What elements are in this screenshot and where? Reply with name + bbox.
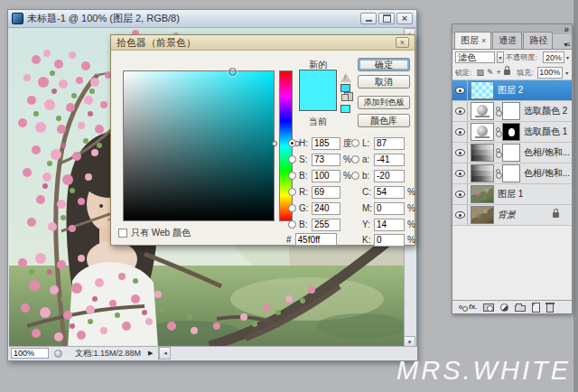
add-to-swatches-button[interactable]: 添加到色板	[358, 96, 410, 109]
layer-mask-thumbnail[interactable]	[502, 123, 520, 141]
mask-link-icon[interactable]	[496, 107, 500, 111]
layer-thumbnail[interactable]	[471, 185, 494, 203]
g-input[interactable]	[312, 202, 340, 215]
new-layer-icon[interactable]	[532, 303, 540, 313]
web-swatch[interactable]	[340, 105, 350, 113]
new-group-icon[interactable]	[515, 305, 526, 312]
tab-paths[interactable]: 路径	[523, 32, 553, 49]
a-input[interactable]	[374, 154, 405, 166]
s-input[interactable]	[312, 154, 340, 166]
radio-b2[interactable]	[288, 220, 296, 229]
maximize-button[interactable]	[378, 13, 395, 24]
adjustment-layer-thumbnail[interactable]	[471, 164, 494, 182]
radio-g[interactable]	[288, 204, 296, 212]
adjustment-layer-thumbnail[interactable]	[471, 123, 494, 141]
field-label-r: R:	[299, 187, 312, 197]
status-flyout-arrow-icon[interactable]: ▶	[148, 350, 153, 357]
field-label-y: Y:	[362, 219, 374, 229]
saturation-brightness-field[interactable]	[123, 70, 275, 221]
current-color-label: 当前	[299, 116, 337, 128]
opacity-value[interactable]: 20%	[543, 51, 564, 63]
layer-mask-thumbnail[interactable]	[502, 164, 520, 182]
color-libraries-button[interactable]: 颜色库	[358, 114, 410, 127]
color-field-marker[interactable]	[228, 68, 237, 76]
radio-h[interactable]	[288, 139, 296, 147]
radio-b-lab[interactable]	[351, 172, 359, 180]
radio-a[interactable]	[351, 155, 359, 163]
layer-row-layer1[interactable]: 图层 1	[452, 184, 572, 205]
zoom-level-input[interactable]	[11, 348, 49, 359]
radio-r[interactable]	[288, 188, 296, 196]
k-input[interactable]	[374, 234, 405, 247]
l-input[interactable]	[374, 137, 405, 150]
tab-layers[interactable]: 图层×	[454, 32, 491, 49]
visibility-toggle[interactable]	[452, 184, 468, 204]
mask-link-icon[interactable]	[496, 127, 500, 132]
radio-s[interactable]	[288, 155, 296, 163]
mask-link-icon[interactable]	[496, 169, 500, 173]
close-button[interactable]	[396, 13, 413, 24]
layer-row-selective-color-2[interactable]: 选取颜色 2	[452, 101, 572, 122]
horizontal-scrollbar[interactable]: ◂	[158, 347, 417, 360]
layer-row-hue-sat-2[interactable]: 色相/饱和...	[452, 143, 572, 163]
m-input[interactable]	[374, 202, 405, 215]
document-titlebar[interactable]: 未标题-1 @ 100% (图层 2, RGB/8)	[8, 10, 416, 28]
lock-all-icon[interactable]	[504, 70, 510, 75]
lock-transparency-icon[interactable]: ▨	[477, 69, 485, 77]
panel-menu-icon[interactable]	[564, 41, 570, 49]
visibility-toggle[interactable]	[452, 80, 468, 100]
visibility-toggle[interactable]	[452, 163, 468, 183]
tab-channels[interactable]: 通道	[492, 32, 522, 49]
layer-thumbnail[interactable]	[471, 206, 494, 224]
radio-l[interactable]	[351, 139, 359, 147]
layer-thumbnail[interactable]	[471, 81, 494, 99]
r-input[interactable]	[312, 186, 340, 199]
radio-b[interactable]	[288, 172, 296, 180]
opacity-arrow-icon[interactable]: ▾	[566, 54, 569, 61]
h-input[interactable]	[312, 137, 340, 150]
layer-row-hue-sat-1[interactable]: 色相/饱和...	[452, 163, 572, 184]
add-layer-mask-icon[interactable]	[483, 303, 494, 312]
layer-mask-thumbnail[interactable]	[502, 144, 520, 162]
cancel-button[interactable]: 取消	[358, 75, 410, 89]
hue-marker-left[interactable]	[272, 141, 277, 146]
visibility-toggle[interactable]	[452, 143, 468, 163]
dialog-close-icon[interactable]: ×	[396, 37, 409, 48]
collapse-panel-icon[interactable]	[564, 24, 569, 34]
layer-row-selective-color-1[interactable]: 选取颜色 1	[452, 122, 572, 143]
c-input[interactable]	[374, 186, 405, 199]
minimize-button[interactable]	[360, 13, 377, 24]
visibility-toggle[interactable]	[452, 205, 468, 225]
blend-mode-select[interactable]: 滤色	[455, 51, 495, 63]
hex-input[interactable]	[295, 233, 337, 246]
web-color-cube-icon[interactable]	[341, 94, 349, 101]
color-picker-titlebar[interactable]: 拾色器（前景色） ×	[111, 35, 415, 51]
b-lab-input[interactable]	[374, 170, 405, 182]
b-input[interactable]	[312, 170, 340, 182]
lock-position-icon[interactable]: +	[497, 69, 501, 77]
gamut-warning-icon[interactable]	[340, 73, 351, 82]
layer-mask-thumbnail[interactable]	[502, 102, 520, 120]
visibility-toggle[interactable]	[452, 101, 468, 121]
layer-row-layer2[interactable]: 图层 2	[452, 80, 572, 101]
web-colors-checkbox[interactable]	[118, 229, 127, 238]
layer-row-background[interactable]: 背景	[452, 205, 572, 226]
fill-value[interactable]: 100%	[537, 67, 563, 79]
tab-close-icon[interactable]: ×	[481, 36, 486, 45]
gamut-swatch[interactable]	[340, 84, 350, 92]
adjustment-layer-thumbnail[interactable]	[471, 102, 494, 120]
visibility-toggle[interactable]	[452, 122, 468, 142]
b2-input[interactable]	[312, 219, 340, 231]
new-adjustment-layer-icon[interactable]	[500, 303, 508, 312]
fill-arrow-icon[interactable]: ▾	[565, 70, 568, 76]
mask-link-icon[interactable]	[496, 148, 500, 153]
scroll-left-icon[interactable]: ◂	[159, 347, 171, 359]
delete-layer-icon[interactable]	[546, 304, 554, 313]
ok-button[interactable]: 确定	[358, 58, 410, 71]
link-layers-icon[interactable]	[459, 305, 462, 309]
layer-style-fx-icon[interactable]: fx.	[469, 303, 477, 311]
lock-pixels-icon[interactable]: ✎	[487, 69, 494, 77]
blend-mode-arrow-icon[interactable]: ▾	[497, 51, 505, 63]
adjustment-layer-thumbnail[interactable]	[471, 144, 494, 162]
y-input[interactable]	[374, 219, 405, 231]
